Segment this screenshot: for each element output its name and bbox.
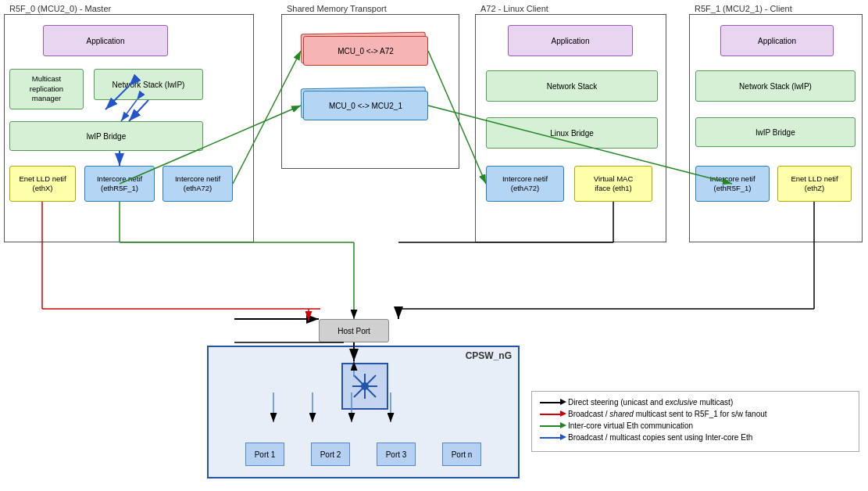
cpsw-box: CPSW_nG Port 1 bbox=[207, 346, 520, 478]
legend-box: Direct steering (unicast and exclusive m… bbox=[531, 391, 859, 452]
port1: Port 1 bbox=[245, 443, 284, 466]
r5f0-intercore-a72-box: Intercore netif(ethA72) bbox=[163, 166, 233, 202]
a72-bridge-box: Linux Bridge bbox=[486, 117, 658, 149]
legend-item-green: Inter-core virtual Eth communication bbox=[540, 421, 851, 430]
a72-title: A72 - Linux Client bbox=[479, 4, 550, 13]
cpsw-title: CPSW_nG bbox=[466, 350, 512, 361]
switch-icon bbox=[341, 363, 388, 410]
r5f1-app-box: Application bbox=[720, 25, 834, 56]
r5f1-intercore-box: Intercore netif(ethR5F_1) bbox=[695, 166, 770, 202]
port3: Port 3 bbox=[377, 443, 416, 466]
legend-item-red: Broadcast / shared multicast sent to R5F… bbox=[540, 410, 851, 418]
port3-box: Port 3 bbox=[377, 443, 416, 466]
legend-item-blue: Broadcast / multicast copies sent using … bbox=[540, 433, 851, 442]
r5f1-title: R5F_1 (MCU2_1) - Client bbox=[693, 4, 794, 13]
r5f0-lwip-bridge-box: lwIP Bridge bbox=[9, 121, 203, 151]
r5f0-netstack-box: Network Stack (lwIP) bbox=[94, 69, 203, 100]
legend-item-black: Direct steering (unicast and exclusive m… bbox=[540, 398, 851, 407]
r5f1-enet-lld-box: Enet LLD netif(ethZ) bbox=[777, 166, 852, 202]
smt-mcu0-a72-box2: MCU_0 <-> A72 bbox=[303, 36, 428, 66]
portn: Port n bbox=[442, 443, 481, 466]
a72-netstack-box: Network Stack bbox=[486, 70, 658, 102]
port2-box: Port 2 bbox=[311, 443, 350, 466]
smt-mcu0-mcu1-box2: MCU_0 <-> MCU2_1 bbox=[303, 91, 428, 120]
r5f0-title: R5F_0 (MCU2_0) - Master bbox=[8, 4, 113, 13]
port2: Port 2 bbox=[311, 443, 350, 466]
cpsw-ports: Port 1 Port 2 Port 3 Port n bbox=[209, 443, 518, 466]
r5f0-multicast-box: Multicastreplicationmanager bbox=[9, 69, 84, 109]
r5f0-enet-lld-box: Enet LLD netif(ethX) bbox=[9, 166, 76, 202]
r5f0-app-box: Application bbox=[43, 25, 168, 56]
portn-box: Port n bbox=[442, 443, 481, 466]
a72-app-box: Application bbox=[508, 25, 633, 56]
svg-point-8 bbox=[361, 382, 369, 390]
r5f1-lwip-bridge-box: lwIP Bridge bbox=[695, 117, 855, 147]
smt-title: Shared Memory Transport bbox=[285, 4, 388, 13]
port1-box: Port 1 bbox=[245, 443, 284, 466]
r5f1-netstack-box: Network Stack (lwIP) bbox=[695, 70, 855, 102]
r5f0-intercore-r5f1-box: Intercore netif(ethR5F_1) bbox=[84, 166, 155, 202]
a72-intercore-box: Intercore netif(ethA72) bbox=[486, 166, 564, 202]
host-port-box: Host Port bbox=[319, 319, 389, 342]
diagram-container: R5F_0 (MCU2_0) - Master Application Mult… bbox=[0, 0, 868, 491]
a72-virtual-mac-box: Virtual MACiface (eth1) bbox=[574, 166, 652, 202]
